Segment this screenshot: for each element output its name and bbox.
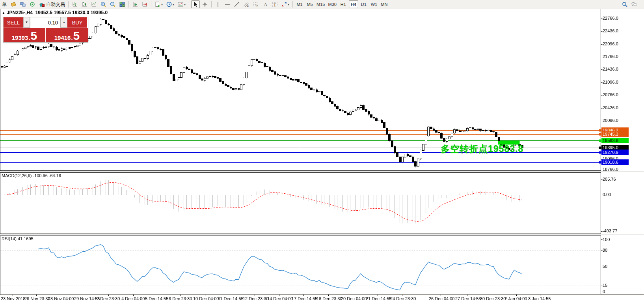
templates-button[interactable]: ▾ <box>176 0 187 8</box>
sell-price[interactable]: 19393 . 5 <box>4 28 45 42</box>
timeframe-m15-button[interactable]: M15 <box>315 0 326 8</box>
chat-button[interactable] <box>630 0 638 8</box>
text-button[interactable]: A <box>261 0 270 8</box>
timeframe-d1-button[interactable]: D1 <box>359 0 369 8</box>
macd-label: MACD(12,26,9) -100.96 -64.16 <box>2 173 61 178</box>
new-order-button[interactable]: 单 <box>0 0 8 8</box>
book-icon[interactable] <box>9 0 18 8</box>
buy-price[interactable]: 19416 . 5 <box>45 28 88 42</box>
crosshair-button[interactable] <box>201 0 209 8</box>
svg-text:T: T <box>274 3 276 7</box>
timeframe-h4-button[interactable]: H4 <box>349 0 358 8</box>
trendline-button[interactable] <box>233 0 241 8</box>
search-button[interactable] <box>620 0 629 8</box>
zoom-in-button[interactable] <box>99 0 108 8</box>
annotation-text: 多空转折点19583.8 <box>441 143 523 155</box>
sell-button[interactable]: SELL <box>4 17 23 28</box>
symbol-period-label: JPN225-,H4 <box>7 10 33 15</box>
sell-price-main: 19393 <box>12 34 28 41</box>
candlestick-chart-button[interactable] <box>80 0 89 8</box>
volume-increase-button[interactable]: ▲ <box>61 17 67 28</box>
vertical-line-button[interactable] <box>214 0 222 8</box>
toolbar-separator <box>128 1 129 7</box>
horizontal-line-button[interactable] <box>223 0 232 8</box>
tile-windows-button[interactable] <box>118 0 127 8</box>
arrows-button-dropdown-icon[interactable]: ▾ <box>288 3 289 6</box>
buy-price-dot: . <box>71 34 73 41</box>
toolbar-separator <box>292 1 293 7</box>
line-chart-button[interactable] <box>89 0 98 8</box>
price-axis[interactable] <box>601 9 644 294</box>
toolbar: 单自动交易▾▾▾EFAT▾M1M5M15M30H1H4D1W1MN <box>0 0 644 9</box>
buy-price-main: 19416 <box>54 34 71 41</box>
time-axis[interactable] <box>0 295 601 303</box>
add-indicator-button[interactable]: ▾ <box>153 0 164 8</box>
templates-button-dropdown-icon[interactable]: ▾ <box>184 3 186 6</box>
svg-text:A: A <box>264 2 268 7</box>
timeframe-m1-button[interactable]: M1 <box>295 0 304 8</box>
equidistant-channel-button[interactable]: E <box>242 0 251 8</box>
toolbar-separator <box>151 1 151 7</box>
toolbar-separator <box>211 1 212 7</box>
sell-price-dot: . <box>28 34 30 41</box>
window-collapse-icon[interactable]: ▲ <box>2 11 5 15</box>
ohlc-values: 19452.5 19557.5 19330.0 19395.0 <box>35 10 108 15</box>
auto-scroll-button[interactable] <box>131 0 140 8</box>
one-click-trading-panel: SELL ▼ ▲ BUY 19393 . 5 19416 . 5 <box>3 17 88 43</box>
svg-text:F: F <box>257 5 258 7</box>
volume-decrease-button[interactable]: ▼ <box>23 17 30 28</box>
chart-title-bar: ▲JPN225-,H4 19452.5 19557.5 19330.0 1939… <box>2 10 108 15</box>
toolbar-separator <box>68 1 69 7</box>
buy-price-pip: 5 <box>73 31 80 41</box>
chart-canvas[interactable] <box>0 0 644 303</box>
buy-button[interactable]: BUY <box>67 17 87 28</box>
periods-button-dropdown-icon[interactable]: ▾ <box>173 3 174 6</box>
timeframe-m30-button[interactable]: M30 <box>327 0 337 8</box>
text-label-button[interactable]: T <box>270 0 279 8</box>
bar-chart-button[interactable] <box>71 0 79 8</box>
autotrading-button[interactable]: 自动交易 <box>37 0 66 8</box>
chart-shift-button[interactable] <box>140 0 149 8</box>
zoom-out-button[interactable] <box>108 0 117 8</box>
cursor-button[interactable] <box>191 0 200 8</box>
timeframe-w1-button[interactable]: W1 <box>369 0 379 8</box>
add-indicator-button-dropdown-icon[interactable]: ▾ <box>161 3 163 6</box>
toolbar-separator <box>189 1 189 7</box>
svg-text:E: E <box>247 5 249 7</box>
sell-price-pip: 5 <box>31 31 37 41</box>
market-watch-icon[interactable] <box>19 0 27 8</box>
rsi-label: RSI(14) 41.1695 <box>2 236 34 241</box>
arrows-button[interactable]: ▾ <box>280 0 290 8</box>
periods-button[interactable]: ▾ <box>165 0 175 8</box>
volume-input[interactable] <box>30 17 61 28</box>
fibonacci-button[interactable]: F <box>251 0 260 8</box>
timeframe-m5-button[interactable]: M5 <box>305 0 315 8</box>
timeframe-mn-button[interactable]: MN <box>380 0 389 8</box>
timeframe-h1-button[interactable]: H1 <box>339 0 348 8</box>
connect-icon[interactable] <box>28 0 37 8</box>
